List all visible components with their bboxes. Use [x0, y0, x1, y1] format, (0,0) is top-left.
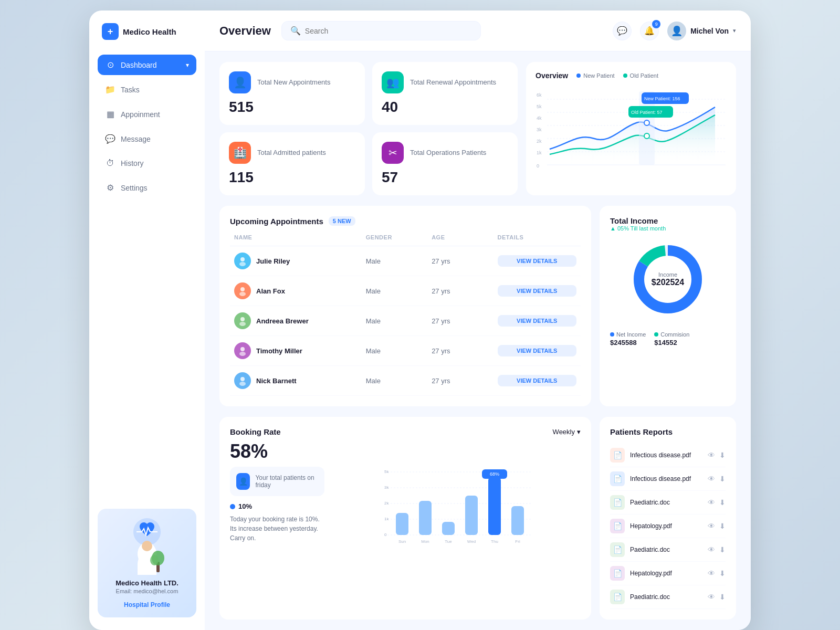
sidebar-item-settings[interactable]: ⚙ Settings [98, 177, 196, 198]
legend-label: Old Patient [630, 72, 658, 79]
patient-gender: Male [366, 317, 432, 325]
patient-avatar [234, 312, 251, 329]
report-name: Hepatology.pdf [630, 522, 702, 530]
patient-age: 27 yrs [432, 347, 497, 355]
download-report-button[interactable]: ⬇ [719, 522, 726, 530]
svg-text:1k: 1k [537, 150, 542, 155]
chevron-down-icon: ▾ [186, 61, 189, 69]
reports-card: Patients Reports 📄 Infectious disease.pd… [600, 417, 736, 620]
svg-point-31 [239, 322, 246, 326]
weekly-selector[interactable]: Weekly ▾ [553, 428, 581, 436]
sidebar-item-appointment[interactable]: ▦ Appoinment [98, 104, 196, 124]
chat-button[interactable]: 💬 [613, 22, 632, 40]
report-file-icon: 📄 [610, 448, 625, 463]
logo-text: Medico Health [123, 27, 176, 36]
svg-point-24 [644, 120, 649, 125]
view-report-button[interactable]: 👁 [708, 522, 715, 530]
income-title: Total Income [610, 216, 658, 225]
report-item: 📄 Infectious disease.pdf 👁 ⬇ [610, 444, 726, 467]
commission-label: Commision [660, 331, 689, 338]
increase-row: 10% [230, 502, 324, 510]
message-icon: 💬 [105, 134, 116, 144]
report-actions: 👁 ⬇ [708, 475, 726, 483]
patient-name: Alan Fox [256, 287, 285, 295]
view-report-button[interactable]: 👁 [708, 593, 715, 601]
svg-text:0: 0 [384, 532, 387, 537]
svg-point-35 [239, 382, 246, 386]
table-row: Andreea Brewer Male 27 yrs VIEW DETAILS [230, 306, 581, 336]
report-item: 📄 Hepatology.pdf 👁 ⬇ [610, 514, 726, 538]
notification-button[interactable]: 🔔 9 [640, 22, 659, 40]
sidebar-item-tasks[interactable]: 📁 Tasks [98, 79, 196, 100]
sidebar-item-history[interactable]: ⏱ History [98, 153, 196, 173]
sidebar-item-message[interactable]: 💬 Message [98, 129, 196, 149]
booking-title: Booking Rate [230, 427, 281, 436]
hospital-profile-button[interactable]: Hospital Profile [124, 601, 170, 608]
download-report-button[interactable]: ⬇ [719, 545, 726, 554]
report-name: Infectious disease.pdf [630, 475, 702, 482]
view-report-button[interactable]: 👁 [708, 545, 715, 554]
stat-icon-operations: ✂ [382, 142, 404, 164]
patient-avatar [234, 342, 251, 359]
col-age: AGE [432, 234, 497, 240]
patient-avatar [234, 282, 251, 299]
svg-text:Mon: Mon [421, 539, 429, 544]
search-bar[interactable]: 🔍 [281, 21, 481, 40]
svg-text:Thu: Thu [491, 539, 498, 544]
view-details-button[interactable]: VIEW DETAILS [498, 375, 576, 386]
download-report-button[interactable]: ⬇ [719, 498, 726, 507]
appointments-card: Upcoming Appointments 5 NEW NAME GENDER … [219, 206, 591, 406]
patient-cell: Nick Barnett [234, 372, 366, 389]
col-gender: GENDER [366, 234, 432, 240]
sidebar-card-name: Medico Health LTD. [106, 579, 188, 587]
download-report-button[interactable]: ⬇ [719, 451, 726, 459]
report-file-icon: 📄 [610, 519, 625, 533]
view-report-button[interactable]: 👁 [708, 475, 715, 483]
download-report-button[interactable]: ⬇ [719, 475, 726, 483]
view-details-button[interactable]: VIEW DETAILS [498, 345, 576, 356]
sidebar-item-dashboard[interactable]: ⊙ Dashboard ▾ [98, 55, 196, 75]
patient-cell: Alan Fox [234, 282, 366, 299]
booking-card: Booking Rate Weekly ▾ 58% 👤 Your total p… [219, 417, 591, 620]
download-report-button[interactable]: ⬇ [719, 569, 726, 578]
svg-point-32 [240, 347, 245, 351]
svg-text:Old Patient: 57: Old Patient: 57 [631, 110, 663, 115]
report-actions: 👁 ⬇ [708, 522, 726, 530]
legend-dot-teal [623, 74, 627, 78]
net-income-value: $245588 [610, 339, 646, 346]
view-report-button[interactable]: 👁 [708, 451, 715, 459]
view-report-button[interactable]: 👁 [708, 498, 715, 507]
user-info[interactable]: 👤 Michel Von ▾ [667, 22, 736, 40]
patient-cell: Julie Riley [234, 253, 366, 269]
patient-icon: 👤 [236, 473, 250, 490]
report-actions: 👁 ⬇ [708, 593, 726, 601]
report-item: 📄 Hepatology.pdf 👁 ⬇ [610, 562, 726, 585]
donut-chart: Income $202524 [628, 240, 707, 319]
chevron-down-icon: ▾ [733, 27, 736, 34]
legend-label: New Patient [583, 72, 614, 79]
svg-text:1k: 1k [384, 517, 389, 521]
view-details-button[interactable]: VIEW DETAILS [498, 315, 576, 327]
page-title: Overview [219, 24, 271, 38]
col-details: DETAILS [498, 234, 576, 240]
patient-age: 27 yrs [432, 317, 497, 325]
appointments-rows: Julie Riley Male 27 yrs VIEW DETAILS Ala… [230, 246, 581, 396]
report-item: 📄 Paediatric.doc 👁 ⬇ [610, 585, 726, 609]
net-income-item: Net Income $245588 [610, 331, 646, 346]
report-actions: 👁 ⬇ [708, 451, 726, 459]
svg-rect-49 [396, 513, 408, 535]
download-report-button[interactable]: ⬇ [719, 593, 726, 601]
stat-card-new-appointments: 👤 Total New Appointments 515 [219, 62, 365, 125]
report-actions: 👁 ⬇ [708, 498, 726, 507]
view-report-button[interactable]: 👁 [708, 569, 715, 578]
search-input[interactable] [305, 27, 472, 35]
view-details-button[interactable]: VIEW DETAILS [498, 255, 576, 267]
sidebar-item-label: History [121, 159, 144, 167]
booking-desc: Today your booking rate is 10%. Its incr… [230, 514, 324, 543]
report-actions: 👁 ⬇ [708, 545, 726, 554]
view-details-button[interactable]: VIEW DETAILS [498, 285, 576, 297]
header: Overview 🔍 💬 🔔 9 👤 Michel Von ▾ [205, 10, 751, 51]
income-card: Total Income ▲ 05% Till last month Incom… [600, 206, 736, 406]
avatar: 👤 [667, 22, 686, 40]
svg-text:6k: 6k [537, 92, 542, 98]
